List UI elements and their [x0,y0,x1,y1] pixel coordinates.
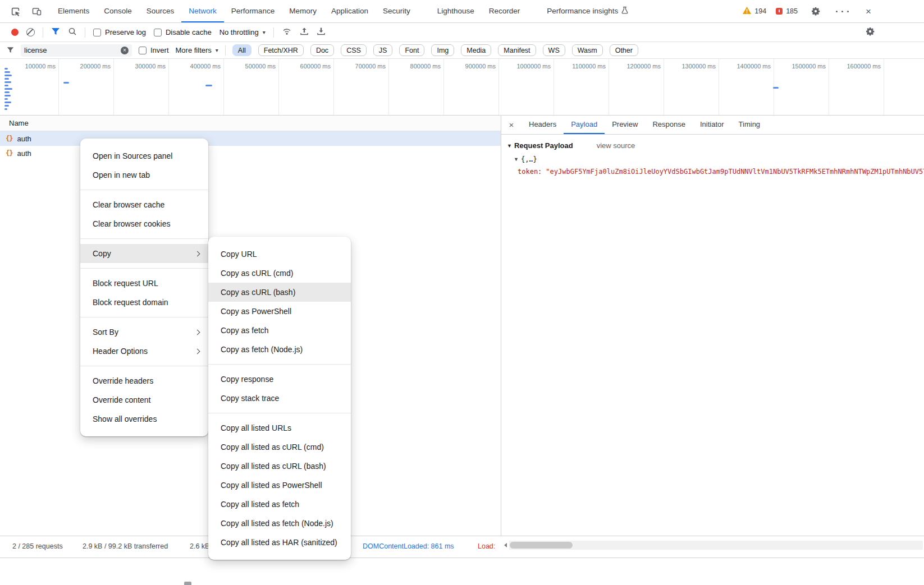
export-har-icon[interactable] [317,27,326,38]
tab-recorder[interactable]: Recorder [482,0,528,22]
menu-item-copy-all-listed-as-har-sanitized[interactable]: Copy all listed as HAR (sanitized) [208,533,351,552]
timeline-activity-bar [4,108,7,110]
detail-tab-payload[interactable]: Payload [564,116,605,134]
timeline-activity-bar [4,85,8,86]
menu-item-copy-as-curl-cmd[interactable]: Copy as cURL (cmd) [208,264,351,283]
filter-type-manifest[interactable]: Manifest [498,44,536,56]
inspect-element-icon[interactable] [7,3,24,19]
menu-item-open-in-new-tab[interactable]: Open in new tab [80,165,208,185]
menu-item-open-in-sources-panel[interactable]: Open in Sources panel [80,146,208,165]
scrollbar-track[interactable] [509,541,923,550]
detail-tab-preview[interactable]: Preview [605,116,645,134]
close-devtools-icon[interactable]: × [860,3,877,19]
menu-item-header-options[interactable]: Header Options [80,342,208,361]
menu-item-copy-url[interactable]: Copy URL [208,245,351,264]
menu-item-show-all-overrides[interactable]: Show all overrides [80,409,208,429]
menu-item-copy-as-curl-bash[interactable]: Copy as cURL (bash) [208,283,351,302]
kebab-menu-icon[interactable] [834,3,850,19]
console-warnings-badge[interactable]: 194 [743,7,766,16]
toolbar-divider [43,27,43,38]
menu-item-copy-all-listed-as-curl-cmd[interactable]: Copy all listed as cURL (cmd) [208,437,351,457]
collapse-triangle-icon[interactable]: ▼ [507,143,512,149]
network-conditions-icon[interactable] [282,27,292,38]
menu-item-copy-stack-trace[interactable]: Copy stack trace [208,389,351,408]
tab-memory[interactable]: Memory [282,0,324,22]
request-row-auth-2[interactable]: {} auth [0,146,501,160]
network-request-context-menu: Open in Sources panel Open in new tab Cl… [80,139,208,436]
clear-network-log-icon[interactable] [26,28,35,36]
collapse-triangle-icon[interactable]: ▼ [514,156,519,162]
timeline-column: 100000 ms [4,59,59,115]
filter-type-wasm[interactable]: Wasm [572,44,603,56]
menu-item-clear-browser-cookies[interactable]: Clear browser cookies [80,214,208,233]
filter-type-ws[interactable]: WS [543,44,565,56]
view-source-link[interactable]: view source [597,141,635,150]
tab-security[interactable]: Security [376,0,418,22]
menu-item-copy-as-powershell[interactable]: Copy as PowerShell [208,302,351,321]
filter-type-fetch-xhr[interactable]: Fetch/XHR [258,44,304,56]
menu-item-sort-by[interactable]: Sort By [80,323,208,342]
timeline-tick-label: 500000 ms [224,59,278,70]
preserve-log-checkbox-group[interactable]: Preserve log [93,28,146,36]
filter-type-js[interactable]: JS [373,44,393,56]
filter-type-other[interactable]: Other [610,44,638,56]
scrollbar-thumb[interactable] [510,542,573,549]
more-filters-dropdown[interactable]: More filters ▾ [176,46,218,54]
menu-item-copy-response[interactable]: Copy response [208,370,351,389]
filter-toggle-icon[interactable] [51,27,60,38]
device-toolbar-icon[interactable] [28,3,45,19]
network-settings-gear-icon[interactable] [866,27,875,38]
tab-lighthouse[interactable]: Lighthouse [430,0,482,22]
detail-horizontal-scrollbar[interactable] [502,541,923,550]
disable-cache-checkbox-group[interactable]: Disable cache [154,28,212,36]
filter-input[interactable] [24,46,117,54]
network-overview-timeline[interactable]: 100000 ms 200000 ms 300000 ms 400000 ms … [0,59,924,116]
throttling-select[interactable]: No throttling ▾ [219,28,266,36]
tabbar-left-icons [0,0,51,22]
filter-type-img[interactable]: Img [431,44,454,56]
close-details-icon[interactable]: × [501,116,522,134]
menu-item-copy-as-fetch[interactable]: Copy as fetch [208,321,351,340]
detail-tab-response[interactable]: Response [645,116,693,134]
tab-application[interactable]: Application [324,0,376,22]
menu-item-sort-by-label: Sort By [93,328,118,337]
tab-performance[interactable]: Performance [224,0,282,22]
menu-item-block-request-domain[interactable]: Block request domain [80,293,208,312]
filter-type-font[interactable]: Font [399,44,424,56]
detail-tab-initiator[interactable]: Initiator [693,116,731,134]
menu-item-copy-as-fetch-nodejs[interactable]: Copy as fetch (Node.js) [208,340,351,359]
menu-item-copy[interactable]: Copy [80,244,208,263]
clear-filter-icon[interactable]: × [121,47,129,54]
filter-type-all[interactable]: All [232,44,251,56]
filter-type-doc[interactable]: Doc [310,44,334,56]
tab-performance-insights[interactable]: Performance insights [539,0,635,22]
record-network-log-icon[interactable] [11,29,19,36]
import-har-icon[interactable] [300,27,309,38]
settings-gear-icon[interactable] [807,3,824,19]
issues-badge[interactable]: 185 [776,7,798,15]
name-column-header[interactable]: Name [0,116,501,131]
search-icon[interactable] [68,27,77,38]
menu-item-copy-all-listed-as-curl-bash[interactable]: Copy all listed as cURL (bash) [208,457,351,476]
menu-item-copy-all-listed-as-fetch-nodejs[interactable]: Copy all listed as fetch (Node.js) [208,514,351,533]
menu-item-block-request-url[interactable]: Block request URL [80,274,208,293]
menu-item-clear-browser-cache[interactable]: Clear browser cache [80,195,208,214]
detail-tab-headers[interactable]: Headers [522,116,564,134]
menu-item-copy-all-listed-as-powershell[interactable]: Copy all listed as PowerShell [208,476,351,495]
request-row-auth-1[interactable]: {} auth [0,131,501,146]
filter-type-css[interactable]: CSS [341,44,367,56]
menu-item-override-content[interactable]: Override content [80,390,208,409]
invert-checkbox-group[interactable]: Invert [139,46,169,54]
scroll-left-arrow-icon[interactable] [502,541,509,550]
menu-item-copy-all-listed-as-fetch[interactable]: Copy all listed as fetch [208,495,351,514]
tab-elements[interactable]: Elements [51,0,97,22]
tab-network[interactable]: Network [181,0,224,22]
filter-input-box: × [21,44,132,57]
tab-console[interactable]: Console [97,0,139,22]
menu-item-override-headers[interactable]: Override headers [80,371,208,390]
tab-sources[interactable]: Sources [139,0,182,22]
load-time-label: Load: [478,536,495,557]
menu-item-copy-all-listed-urls[interactable]: Copy all listed URLs [208,418,351,437]
filter-type-media[interactable]: Media [461,44,491,56]
detail-tab-timing[interactable]: Timing [731,116,768,134]
